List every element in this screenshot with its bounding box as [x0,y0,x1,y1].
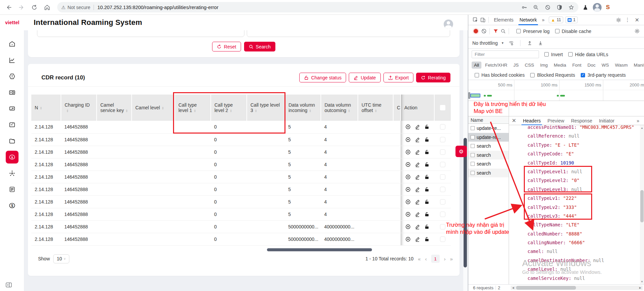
page-scrollbar-thumb[interactable] [464,138,467,267]
sidebar-item-dollar-coin-icon[interactable]: $ [6,199,19,212]
view-eye-icon[interactable] [405,187,411,192]
tab-initiator[interactable]: Initiator [596,116,618,125]
change-status-button[interactable]: Change status [299,73,346,82]
devtools-settings-gear-icon[interactable] [615,16,622,23]
edit-pencil-icon[interactable] [415,162,420,167]
filter-chip-font[interactable]: Font [570,62,584,69]
column-header-ct1[interactable]: Call type level 1▲▼ [175,95,211,121]
page-1-button[interactable]: 1 [431,255,440,263]
detail-scrollbar-track[interactable]: ▲ ▼ [640,125,644,284]
blocked-requests-checkbox[interactable]: Blocked Requests [530,72,575,78]
request-checkbox[interactable] [471,126,475,130]
view-eye-icon[interactable] [405,162,411,167]
sidebar-item-alert-hexagon-icon[interactable] [6,70,19,83]
sort-icon[interactable]: ▲▼ [309,109,311,112]
throttling-select[interactable]: No throttling▼ [472,40,504,46]
view-eye-icon[interactable] [405,199,411,205]
tab-elements[interactable]: Elements [491,15,516,25]
sort-icon[interactable]: ▲▼ [40,106,42,110]
view-eye-icon[interactable] [405,149,411,155]
sidebar-item-folder-icon[interactable] [6,135,19,147]
lock-status-icon[interactable] [424,124,430,130]
filter-funnel-icon[interactable] [492,28,499,35]
filter-chip-fetch-xhr[interactable]: Fetch/XHR [483,62,510,69]
sidebar-item-network-nodes-icon[interactable] [6,167,19,180]
row-checkbox[interactable] [440,199,445,205]
scroll-right-icon[interactable]: ▶ [638,286,643,289]
select-all-checkbox[interactable] [440,105,445,110]
request-row-update-re-[interactable]: update-re... [468,124,509,133]
first-page-button[interactable]: « [418,256,420,262]
filter-chip-css[interactable]: CSS [522,62,537,69]
filter-chip-img[interactable]: Img [538,62,550,69]
back-icon[interactable] [5,3,13,11]
filter-chip-doc[interactable]: Doc [585,62,598,69]
lock-status-icon[interactable] [424,149,430,155]
sidebar-item-home-icon[interactable] [6,38,19,50]
filter-chip-js[interactable]: JS [511,62,521,69]
column-header-utc[interactable]: UTC time offset▲▼ [358,95,393,121]
edit-pencil-icon[interactable] [415,237,420,242]
content-blocked-icon[interactable] [545,4,551,10]
column-header-ct2[interactable]: Call type level 2▲▼ [211,95,247,121]
row-checkbox[interactable] [440,174,445,180]
page-size-select[interactable]: 10 ∨ [53,254,69,263]
close-detail-icon[interactable]: ✕ [509,117,519,124]
edit-pencil-icon[interactable] [415,124,420,130]
view-eye-icon[interactable] [405,137,411,142]
lock-status-icon[interactable] [424,137,430,142]
preserve-log-checkbox[interactable]: Preserve log [516,29,550,34]
sort-icon[interactable]: ▲▼ [375,109,377,112]
row-checkbox[interactable] [440,212,445,217]
record-network-log-icon[interactable] [474,29,478,33]
tab-headers[interactable]: Headers [519,116,544,125]
edit-pencil-icon[interactable] [415,137,420,142]
request-checkbox[interactable] [471,171,475,175]
sort-icon[interactable]: ▲▼ [194,109,196,112]
row-checkbox[interactable] [440,162,445,167]
network-filter-input[interactable] [472,50,539,58]
row-checkbox[interactable] [440,187,445,192]
third-party-requests-checkbox[interactable]: 3rd-party requests [581,72,626,78]
view-eye-icon[interactable] [405,237,411,242]
lock-status-icon[interactable] [424,237,430,242]
column-header-camel_service_key[interactable]: Camel service key▲▼ [97,95,132,121]
extension-s-icon[interactable]: S [606,4,610,11]
request-checkbox[interactable] [471,162,475,166]
export-har-icon[interactable] [537,40,544,46]
detail-horizontal-scrollbar-thumb[interactable] [516,286,576,290]
more-tabs-icon[interactable]: » [540,17,547,23]
extension-flask-icon[interactable] [582,4,588,10]
request-checkbox[interactable] [471,144,475,148]
sort-icon[interactable]: ▲▼ [66,109,69,112]
has-blocked-cookies-checkbox[interactable]: Has blocked cookies [475,72,524,78]
export-button[interactable]: Export [383,73,413,82]
network-settings-gear-icon[interactable] [633,28,641,35]
sort-icon[interactable]: ▲▼ [348,109,350,112]
edit-pencil-icon[interactable] [415,149,420,155]
column-header-n[interactable]: N▲▼ [31,95,61,121]
edit-pencil-icon[interactable] [415,212,420,217]
update-button[interactable]: Update [349,73,380,82]
import-har-icon[interactable] [526,40,533,46]
forward-icon[interactable] [18,3,26,11]
filter-chip-all[interactable]: All [472,62,481,69]
zoom-out-icon[interactable] [533,4,539,10]
prev-page-button[interactable]: ‹ [425,256,427,262]
search-input-field[interactable] [37,30,244,37]
sort-icon[interactable]: ▲▼ [126,109,128,112]
request-checkbox[interactable] [471,135,475,139]
request-row-search[interactable]: search [468,142,509,151]
row-checkbox[interactable] [440,237,445,242]
edit-pencil-icon[interactable] [415,187,420,192]
column-header-data_out[interactable]: Data volumn outcoming▲▼ [321,95,358,121]
issues-badge[interactable]: 1 [565,16,578,23]
filter-chip-wasm[interactable]: Wasm [613,62,630,69]
sidebar-item-gear-box-icon[interactable] [6,86,19,99]
row-checkbox[interactable] [440,149,445,155]
scroll-down-icon[interactable]: ▼ [640,280,644,283]
lock-status-icon[interactable] [424,174,430,180]
request-row-search[interactable]: search [468,169,509,178]
request-checkbox[interactable] [471,153,475,157]
tab-network[interactable]: Network [516,15,540,25]
